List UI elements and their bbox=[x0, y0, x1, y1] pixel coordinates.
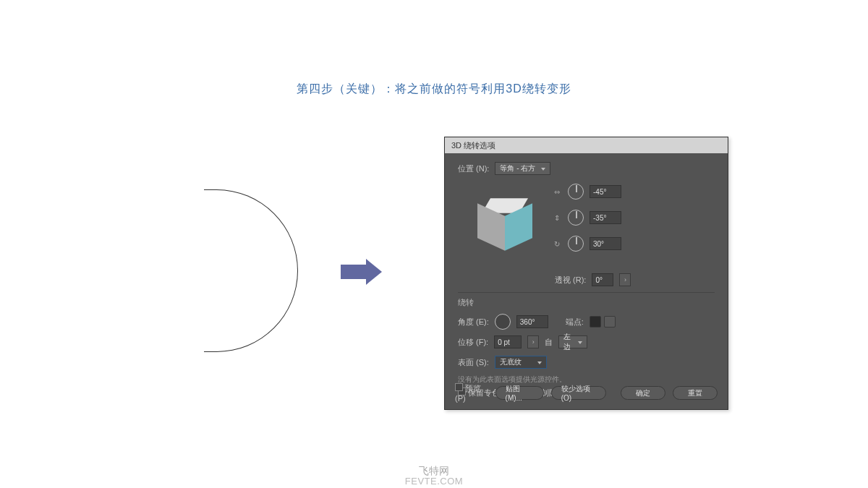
x-axis-icon: ⇔ bbox=[552, 187, 562, 197]
perspective-input[interactable]: 0° bbox=[592, 273, 613, 286]
z-angle-input[interactable]: 30° bbox=[590, 237, 621, 250]
perspective-stepper[interactable]: › bbox=[619, 273, 631, 286]
y-angle-input[interactable]: -35° bbox=[590, 211, 621, 224]
preview-checkbox[interactable]: 预览 (P) bbox=[455, 383, 488, 403]
half-circle-artwork bbox=[204, 189, 298, 352]
step-instruction: 第四步（关键）：将之前做的符号利用3D绕转变形 bbox=[297, 82, 571, 97]
dialog-title-bar[interactable]: 3D 绕转选项 bbox=[445, 137, 728, 153]
watermark-text-2: FEVTE.COM bbox=[0, 476, 868, 487]
map-art-button[interactable]: 贴图 (M)... bbox=[495, 386, 544, 400]
offset-label: 位移 (F): bbox=[458, 337, 488, 348]
z-angle-dial[interactable] bbox=[568, 236, 584, 252]
perspective-label: 透视 (R): bbox=[555, 275, 586, 286]
revolve-options-dialog: 3D 绕转选项 位置 (N): 等角 - 右方 ⇔ -45° bbox=[444, 137, 728, 410]
offset-stepper[interactable]: › bbox=[527, 335, 539, 348]
surface-label: 表面 (S): bbox=[458, 357, 489, 368]
edge-right-radio[interactable] bbox=[604, 316, 616, 328]
lathe-section-title: 绕转 bbox=[458, 292, 715, 308]
cube-preview[interactable] bbox=[458, 179, 552, 266]
position-dropdown[interactable]: 等角 - 右方 bbox=[495, 162, 550, 175]
edge-left-radio[interactable] bbox=[590, 316, 601, 328]
y-axis-icon: ⇕ bbox=[552, 213, 562, 223]
fewer-options-button[interactable]: 较少选项 (O) bbox=[551, 386, 607, 400]
edge-radio-group bbox=[590, 316, 616, 328]
from-label: 自 bbox=[545, 337, 553, 348]
x-angle-dial[interactable] bbox=[568, 184, 584, 200]
offset-input[interactable]: 0 pt bbox=[494, 335, 522, 348]
surface-dropdown[interactable]: 无底纹 bbox=[495, 356, 547, 369]
from-dropdown[interactable]: 左边 bbox=[558, 335, 587, 348]
reset-button[interactable]: 重置 bbox=[673, 386, 718, 400]
lathe-angle-dial[interactable] bbox=[495, 314, 511, 330]
ok-button[interactable]: 确定 bbox=[621, 386, 665, 400]
position-label: 位置 (N): bbox=[458, 163, 489, 174]
x-angle-input[interactable]: -45° bbox=[590, 185, 621, 198]
angle-label: 角度 (E): bbox=[458, 317, 489, 328]
z-axis-icon: ↻ bbox=[552, 239, 562, 249]
arrow-icon bbox=[341, 259, 382, 285]
lathe-angle-input[interactable]: 360° bbox=[516, 315, 548, 328]
edge-label: 端点: bbox=[566, 317, 584, 328]
y-angle-dial[interactable] bbox=[568, 210, 584, 226]
dialog-title: 3D 绕转选项 bbox=[451, 140, 495, 151]
